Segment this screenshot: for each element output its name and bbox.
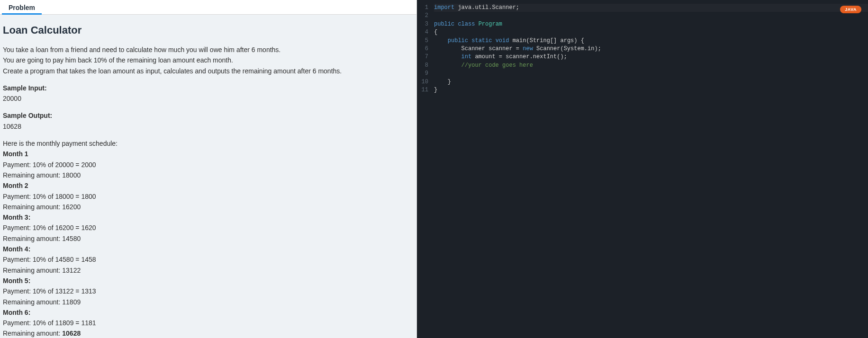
sample-input-label: Sample Input: [3, 83, 414, 93]
code-editor-panel: JAVA 1234567891011 import java.util.Scan… [417, 0, 868, 338]
code-line[interactable] [434, 12, 868, 20]
code-line[interactable]: import java.util.Scanner; [434, 4, 868, 12]
problem-panel: Problem Loan Calculator You take a loan … [0, 0, 417, 338]
sample-output-label: Sample Output: [3, 111, 414, 120]
intro-line: You are going to pay him back 10% of the… [3, 55, 414, 65]
line-number: 3 [417, 20, 428, 28]
schedule-intro: Here is the monthly payment schedule: [3, 139, 414, 148]
month-remaining: Remaining amount: 16200 [3, 202, 414, 212]
month-remaining: Remaining amount: 11809 [3, 297, 414, 307]
code-area[interactable]: import java.util.Scanner; public class P… [434, 4, 868, 338]
tab-bar: Problem [0, 0, 416, 15]
month-remaining: Remaining amount: 18000 [3, 170, 414, 180]
code-line[interactable] [434, 70, 868, 78]
problem-description: You take a loan from a friend and need t… [3, 45, 414, 338]
month-label: Month 2 [3, 181, 414, 190]
code-line[interactable]: { [434, 28, 868, 36]
line-number: 6 [417, 45, 428, 53]
month-label: Month 1 [3, 149, 414, 159]
month-payment: Payment: 10% of 20000 = 2000 [3, 160, 414, 169]
line-number: 8 [417, 62, 428, 70]
month-label: Month 6: [3, 308, 414, 317]
line-number: 5 [417, 37, 428, 45]
month-label: Month 3: [3, 213, 414, 222]
line-number: 9 [417, 70, 428, 78]
month-label: Month 5: [3, 276, 414, 285]
month-payment: Payment: 10% of 16200 = 1620 [3, 223, 414, 232]
month-remaining: Remaining amount: 10628 [3, 329, 414, 338]
intro-line: You take a loan from a friend and need t… [3, 45, 414, 54]
line-number: 10 [417, 78, 428, 86]
month-label: Month 4: [3, 244, 414, 254]
code-line[interactable]: } [434, 86, 868, 94]
code-line[interactable]: Scanner scanner = new Scanner(System.in)… [434, 45, 868, 53]
sample-input-value: 20000 [3, 94, 414, 103]
problem-title: Loan Calculator [3, 24, 414, 36]
code-line[interactable]: } [434, 78, 868, 86]
month-payment: Payment: 10% of 13122 = 1313 [3, 286, 414, 296]
code-line[interactable]: public static void main(String[] args) { [434, 37, 868, 45]
code-line[interactable]: //your code goes here [434, 62, 868, 70]
code-line[interactable]: int amount = scanner.nextInt(); [434, 53, 868, 61]
month-payment: Payment: 10% of 18000 = 1800 [3, 192, 414, 201]
sample-output-value: 10628 [3, 122, 414, 131]
month-payment: Payment: 10% of 14580 = 1458 [3, 255, 414, 264]
line-number: 2 [417, 12, 428, 20]
code-line[interactable]: public class Program [434, 20, 868, 28]
tab-problem[interactable]: Problem [2, 0, 42, 14]
month-payment: Payment: 10% of 11809 = 1181 [3, 318, 414, 328]
line-number: 1 [417, 4, 428, 12]
month-remaining: Remaining amount: 14580 [3, 234, 414, 243]
line-number-gutter: 1234567891011 [417, 4, 434, 338]
problem-scroll-area[interactable]: Loan Calculator You take a loan from a f… [0, 15, 416, 338]
problem-content: Loan Calculator You take a loan from a f… [0, 15, 416, 338]
month-remaining: Remaining amount: 13122 [3, 266, 414, 275]
line-number: 4 [417, 28, 428, 36]
line-number: 11 [417, 86, 428, 94]
code-editor[interactable]: 1234567891011 import java.util.Scanner; … [417, 0, 868, 338]
intro-line: Create a program that takes the loan amo… [3, 66, 414, 76]
line-number: 7 [417, 53, 428, 61]
